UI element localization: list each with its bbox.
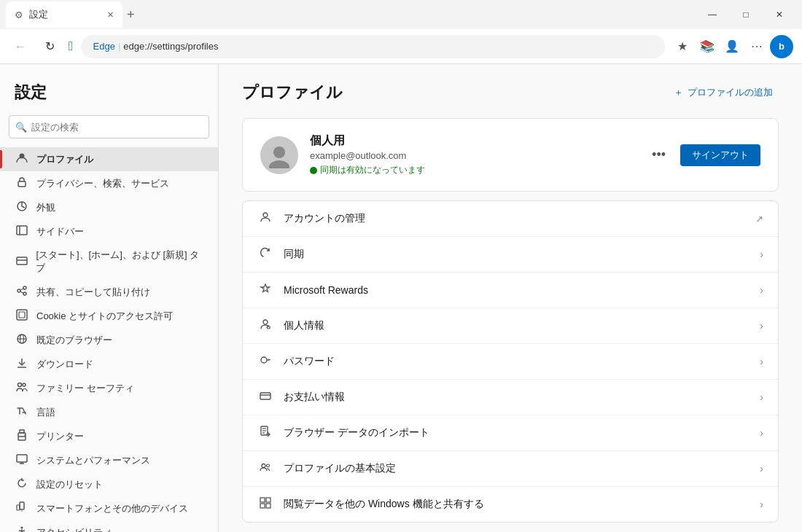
sidebar-item-privacy[interactable]: プライバシー、検索、サービス: [0, 171, 218, 195]
sidebar-item-language[interactable]: 言語: [0, 400, 218, 424]
main-layout: 設定 🔍 プロファイル プライバシー、検索、サービス 外観 サイドバー [スター…: [0, 64, 802, 532]
address-field[interactable]: Edge | edge://settings/profiles: [81, 35, 665, 58]
sidebar-item-system[interactable]: システムとパフォーマンス: [0, 448, 218, 472]
profile-name: 個人用: [310, 133, 634, 149]
tab-close-button[interactable]: ✕: [107, 10, 114, 20]
chevron-right-icon: ›: [760, 356, 763, 367]
sidebar-item-default[interactable]: 既定のブラウザー: [0, 328, 218, 352]
menu-item-label: 同期: [284, 248, 750, 261]
addressbar: ← ↻  Edge | edge://settings/profiles ★ …: [0, 29, 802, 64]
chevron-right-icon: ›: [760, 463, 763, 474]
sidebar-item-label: 共有、コピーして貼り付け: [36, 286, 150, 299]
svg-point-51: [262, 464, 265, 468]
plus-icon: ＋: [674, 86, 683, 99]
svg-point-9: [23, 292, 26, 295]
menu-item-account[interactable]: アカウントの管理 ↗: [243, 201, 778, 237]
chevron-right-icon: ›: [760, 320, 763, 332]
sidebar-item-profiles[interactable]: プロファイル: [0, 147, 218, 171]
profile-card: 個人用 example@outlook.com 同期は有効になっています •••…: [242, 118, 779, 192]
refresh-button[interactable]: ↻: [38, 35, 61, 58]
sidebar-item-share[interactable]: 共有、コピーして貼り付け: [0, 280, 218, 304]
menu-item-label: Microsoft Rewards: [284, 284, 750, 296]
menu-item-label: ブラウザー データのインポート: [284, 426, 750, 439]
menu-item-profile-settings[interactable]: プロファイルの基本設定 ›: [243, 451, 778, 487]
svg-rect-53: [260, 498, 265, 502]
favorites-icon[interactable]: ★: [671, 35, 694, 58]
profile-actions: ••• サインアウト: [646, 144, 760, 166]
sidebar-item-appearance[interactable]: 外観: [0, 195, 218, 219]
svg-point-52: [267, 464, 270, 467]
sidebar-item-label: 設定のリセット: [36, 478, 103, 491]
address-text: edge://settings/profiles: [123, 41, 218, 52]
new-tab-button[interactable]: +: [127, 7, 135, 23]
sidebar-item-accessibility[interactable]: アクセシビリティ: [0, 520, 218, 532]
svg-rect-3: [17, 226, 27, 235]
chevron-right-icon: ›: [760, 498, 763, 510]
sync-status-text: 同期は有効になっています: [320, 164, 425, 176]
close-button[interactable]: ✕: [763, 0, 796, 29]
profile-more-button[interactable]: •••: [646, 144, 671, 165]
sidebar-item-cookies[interactable]: Cookie とサイトのアクセス許可: [0, 304, 218, 328]
sidebar-item-label: アクセシビリティ: [36, 526, 112, 533]
menu-item-password[interactable]: パスワード ›: [243, 344, 778, 380]
sidebar: 設定 🔍 プロファイル プライバシー、検索、サービス 外観 サイドバー [スター…: [0, 64, 219, 532]
menu-item-label: 個人情報: [284, 319, 750, 332]
search-input[interactable]: [31, 122, 203, 133]
sidebar-item-newtab[interactable]: [スタート]、[ホーム]、および [新規] タブ: [0, 243, 218, 280]
svg-point-40: [261, 357, 267, 363]
account-icon: [257, 211, 273, 226]
reset-icon: [15, 477, 29, 491]
avatar: [260, 136, 298, 174]
collections-icon[interactable]: 📚: [696, 35, 719, 58]
more-tools-icon[interactable]: ⋯: [745, 35, 768, 58]
maximize-button[interactable]: □: [729, 0, 763, 29]
search-box[interactable]: 🔍: [9, 115, 209, 138]
appearance-icon: [15, 200, 29, 214]
svg-point-35: [273, 146, 285, 158]
signin-button[interactable]: サインアウト: [680, 144, 760, 166]
sidebar-item-label: プリンター: [36, 430, 84, 443]
sidebar-item-sidebar[interactable]: サイドバー: [0, 219, 218, 243]
bing-button[interactable]: b: [770, 35, 793, 58]
sidebar-item-label: プライバシー、検索、サービス: [36, 177, 169, 190]
privacy-icon: [15, 176, 29, 190]
minimize-button[interactable]: —: [696, 0, 729, 29]
sidebar-item-printer[interactable]: プリンター: [0, 424, 218, 448]
menu-item-rewards[interactable]: Microsoft Rewards ›: [243, 273, 778, 308]
svg-rect-1: [18, 181, 26, 187]
menu-item-sync[interactable]: 同期 ›: [243, 237, 778, 273]
sidebar-item-label: サイドバー: [36, 225, 84, 238]
titlebar: ⚙ 設定 ✕ + — □ ✕: [0, 0, 802, 29]
add-profile-button[interactable]: ＋ プロファイルの追加: [668, 83, 779, 102]
cookies-icon: [15, 309, 29, 323]
sidebar-item-label: プロファイル: [36, 153, 93, 166]
content-area: プロファイル ＋ プロファイルの追加 個人用 example@outlook.c…: [219, 64, 802, 532]
menu-item-payment[interactable]: お支払い情報 ›: [243, 380, 778, 415]
sidebar-item-label: 言語: [36, 406, 55, 419]
sidebar-item-reset[interactable]: 設定のリセット: [0, 472, 218, 496]
personal-icon: [257, 318, 273, 333]
sidebar-item-family[interactable]: ファミリー セーフティ: [0, 376, 218, 400]
menu-item-label: 閲覧データを他の Windows 機能と共有する: [284, 498, 750, 511]
menu-item-import[interactable]: ブラウザー データのインポート ›: [243, 415, 778, 451]
browser-tab[interactable]: ⚙ 設定 ✕: [6, 1, 122, 28]
menu-item-windows-share[interactable]: 閲覧データを他の Windows 機能と共有する ›: [243, 487, 778, 522]
svg-point-23: [24, 434, 26, 436]
sidebar-item-mobile[interactable]: スマートフォンとその他のデバイス: [0, 496, 218, 520]
tab-title: 設定: [29, 8, 48, 21]
profile-icon[interactable]: 👤: [720, 35, 744, 58]
back-button[interactable]: ←: [9, 35, 32, 58]
svg-rect-54: [266, 498, 270, 502]
download-icon: [15, 357, 29, 371]
address-separator: |: [118, 41, 120, 52]
svg-point-8: [17, 289, 20, 292]
sidebar-item-download[interactable]: ダウンロード: [0, 352, 218, 376]
svg-line-11: [20, 292, 23, 293]
profile-info: 個人用 example@outlook.com 同期は有効になっています: [310, 133, 634, 176]
sync-dot-icon: [310, 167, 317, 174]
menu-item-personal[interactable]: 個人情報 ›: [243, 308, 778, 344]
menu-item-label: パスワード: [284, 355, 750, 368]
printer-icon: [15, 429, 29, 443]
external-link-icon: ↗: [755, 214, 763, 224]
chevron-right-icon: ›: [760, 391, 763, 403]
